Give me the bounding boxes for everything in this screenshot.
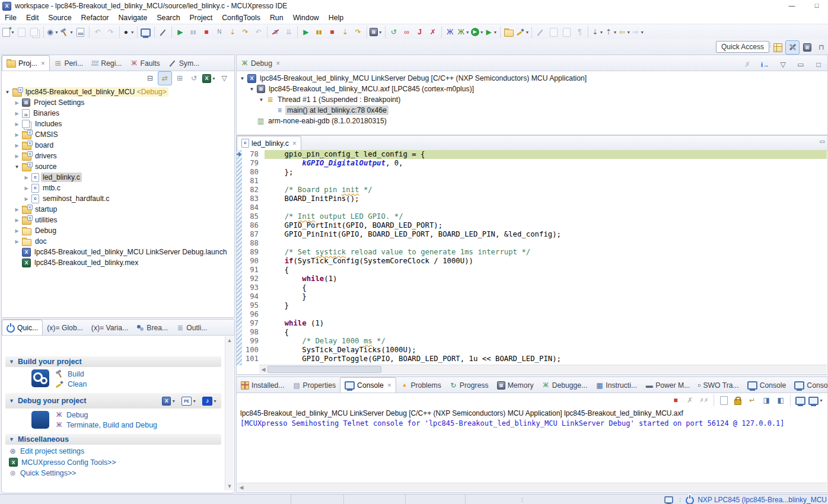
quickstart-scrollbar[interactable]: ▲ ▼ [225, 336, 234, 490]
toolbar-next-annotation-icon[interactable]: ⇣▼ [590, 25, 604, 39]
section-header-debug-your-project[interactable]: ▼Debug your projectX▼PE▼J▼ [5, 393, 221, 409]
console-pin-console-icon[interactable]: ◨ [760, 394, 773, 407]
toolbar-skip-all-breakpoints-icon[interactable]: ≡ [269, 25, 282, 39]
open-perspective-icon[interactable] [771, 41, 784, 54]
minimize-button[interactable]: — [782, 0, 802, 11]
expand-icon[interactable]: ▶ [14, 132, 20, 138]
toolbar-save-all-icon[interactable] [28, 25, 42, 39]
debug-minimize-icon[interactable]: ▭ [794, 58, 807, 71]
debug-show-full-paths-icon[interactable]: i→ [759, 58, 772, 71]
code-line-99[interactable]: 99 /* Delay 1000 ms */ [242, 337, 827, 346]
minimize-icon[interactable]: ▭ [820, 138, 825, 145]
console-tab-installed[interactable]: Installed... [237, 378, 289, 393]
quickstart-link-quick-settings[interactable]: ⊛Quick Settings>> [9, 469, 225, 477]
quickstart-link-terminate-build-and-debug[interactable]: ЖTerminate, Build and Debug [55, 421, 157, 429]
expand-icon[interactable]: ▶ [23, 186, 30, 191]
console-tab-memory[interactable]: Memory [493, 378, 538, 393]
code-line-90[interactable]: 90 if(SysTick_Config(SystemCoreClock / 1… [242, 257, 827, 266]
toolbar-forward-history-icon[interactable]: ⇨▼ [631, 25, 645, 39]
collapse-icon[interactable]: ▼ [4, 90, 11, 95]
toolbar-open-resource-icon[interactable] [502, 25, 515, 39]
debug-remove-all-terminated-icon[interactable]: ✗ [741, 58, 754, 71]
code-line-85[interactable]: 85 /* Init output LED GPIO. */ [242, 212, 827, 221]
explorer-link-with-editor-icon[interactable]: ⇄ [158, 71, 172, 85]
toolbar-debug-icon[interactable]: Ж▼ [457, 25, 470, 39]
expand-icon[interactable]: ▶ [14, 100, 20, 106]
code-line-78[interactable]: 78 gpio_pin_config_t led_config = { [242, 150, 827, 159]
menu-edit[interactable]: Edit [21, 12, 43, 23]
dropdown-arrow-icon[interactable]: ▼ [378, 30, 383, 34]
code-line-89[interactable]: 89 /* Set systick reload value to genera… [242, 248, 827, 257]
dropdown-arrow-icon[interactable]: ▼ [69, 30, 74, 34]
expand-icon[interactable]: ▶ [14, 122, 20, 127]
dropdown-arrow-icon[interactable]: ▼ [626, 30, 630, 34]
close-tab-icon[interactable]: ✕ [387, 382, 392, 388]
project-item-cmsis[interactable]: ▶cCMSIS [2, 129, 234, 140]
dropdown-arrow-icon[interactable]: ▼ [613, 30, 617, 34]
dropdown-arrow-icon[interactable]: ▼ [493, 30, 498, 34]
toolbar-run-configurations-icon[interactable]: ▶▼ [485, 25, 498, 39]
toolbar-step-over-icon[interactable]: ↷ [239, 25, 252, 39]
expand-icon[interactable]: ▶ [14, 207, 20, 212]
collapse-icon[interactable]: ▼ [239, 76, 246, 81]
project-item-binaries[interactable]: ▶10Binaries [2, 108, 234, 119]
project-item-includes[interactable]: ▶Includes [2, 119, 234, 129]
toolbar-step-into-icon[interactable]: ⇣ [226, 25, 239, 39]
toolbar-attach-debug-icon[interactable]: Ж [444, 25, 457, 39]
toolbar-restart-icon[interactable]: ▶ [300, 25, 313, 39]
menu-help[interactable]: Help [324, 12, 348, 23]
console-tab-swo-tra[interactable]: SWO Tra... [694, 378, 743, 393]
code-editor[interactable]: 78 gpio_pin_config_t led_config = {79 kG… [237, 150, 827, 365]
device-perspective-icon[interactable] [801, 41, 814, 54]
code-line-82[interactable]: 82 /* Board pin init */ [242, 186, 827, 194]
toolbar-terminate-icon[interactable]: ■ [200, 25, 213, 39]
console-remove-all-launches-icon[interactable]: ✗✗ [698, 394, 711, 407]
toolbar-format-source-icon[interactable]: ▼ [515, 25, 530, 39]
debug-item-lpc845-breakout-led-blinky-mcu-linkserve[interactable]: ▼Xlpc845-Breakout_led_blinky_MCU LinkSer… [237, 73, 827, 84]
expand-icon[interactable]: ▶ [14, 111, 20, 116]
debug-item-thread-1-1-suspended-breakpoint[interactable]: ▼≣Thread #1 1 (Suspended : Breakpoint) [237, 94, 827, 105]
quick-access-button[interactable]: Quick Access [716, 41, 769, 53]
toolbar-build-icon[interactable]: ▼ [59, 25, 74, 39]
close-tab-icon[interactable]: ✕ [292, 141, 297, 146]
toolbar-binary-utilities-icon[interactable]: 010 [74, 25, 87, 39]
code-line-81[interactable]: 81 [242, 177, 827, 186]
dropdown-arrow-icon[interactable]: ▼ [819, 398, 823, 403]
code-line-92[interactable]: 92 while(1) [242, 275, 827, 283]
code-line-98[interactable]: 98 { [242, 328, 827, 337]
code-line-97[interactable]: 97 while (1) [242, 319, 827, 328]
expand-icon[interactable]: ▶ [23, 175, 30, 180]
project-item-project-settings[interactable]: ▶Project Settings [2, 97, 234, 108]
quickstart-link-edit-project-settings[interactable]: ⊛Edit project settings [9, 447, 225, 455]
project-item-board[interactable]: ▶cboard [2, 140, 234, 151]
toolbar-disconnect-probe-icon[interactable]: ✗ [426, 25, 440, 39]
quickstart-link-clean[interactable]: Clean [55, 380, 87, 388]
expand-icon[interactable]: ▶ [14, 239, 20, 244]
dropdown-arrow-icon[interactable]: ▼ [171, 399, 176, 403]
toolbar-show-whitespace-icon[interactable]: ¶ [573, 25, 586, 39]
toolbar-instruction-step-over-icon[interactable]: ↷ [352, 25, 365, 39]
code-line-94[interactable]: 94 } [242, 292, 827, 301]
project-item-startup[interactable]: ▶cstartup [2, 204, 234, 215]
toolbar-step-return-icon[interactable]: ↶ [252, 25, 265, 39]
toolbar-open-terminal-icon[interactable] [139, 25, 152, 39]
scroll-up-arrow[interactable]: ▲ [227, 337, 233, 343]
quickstart-link-mcuxpresso-config-tools[interactable]: XMCUXpresso Config Tools>> [9, 458, 225, 467]
code-line-101[interactable]: 101 GPIO_PortToggle(GPIO, BOARD_LED_PORT… [242, 355, 827, 363]
toolbar-instruction-step-into-icon[interactable]: ⇣ [339, 25, 352, 39]
develop-perspective-icon[interactable] [785, 40, 800, 55]
toolbar-toggle-mark-occurrences-icon[interactable] [534, 25, 547, 39]
explorer-tab-sym[interactable]: Sym... [164, 56, 204, 71]
collapse-section-icon[interactable]: ▼ [9, 398, 14, 404]
debug-maximize-icon[interactable]: □ [812, 58, 825, 71]
project-item-lpc845-breakout-led-blinky-mcu-linkserve[interactable]: Xlpc845-Breakout_led_blinky_MCU LinkServ… [2, 247, 234, 257]
toolbar-previous-edit-location-icon[interactable] [560, 25, 573, 39]
toolbar-run-icon[interactable]: ▶▼ [470, 25, 485, 39]
dropdown-arrow-icon[interactable]: ▼ [640, 30, 644, 34]
console-tab-progress[interactable]: ↻Progress [445, 378, 493, 393]
console-tab-console[interactable]: Console✕ [340, 377, 396, 393]
dropdown-arrow-icon[interactable]: ▼ [466, 30, 470, 34]
editor-tab-led-blinky[interactable]: c led_blinky.c ✕ [237, 136, 301, 150]
toolbar-undo-icon[interactable]: ↶ [91, 25, 104, 39]
collapse-icon[interactable]: ▼ [14, 164, 20, 170]
